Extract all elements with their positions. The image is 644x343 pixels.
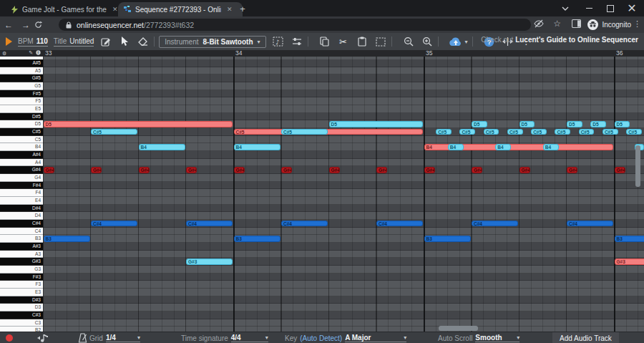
piano-key-cs3[interactable]: C#3 <box>0 311 43 319</box>
note-d5[interactable]: D5 <box>472 121 487 127</box>
note-cs5[interactable]: C#5 <box>281 129 328 135</box>
piano-key-d5[interactable]: D5 <box>0 120 43 128</box>
save-cloud-button[interactable]: ▾ <box>449 37 468 47</box>
eraser-tool-icon[interactable] <box>137 36 150 47</box>
piano-key-cs4[interactable]: C#4 <box>0 220 43 228</box>
eye-blocked-icon[interactable] <box>534 19 544 28</box>
note-cs4[interactable]: C#4 <box>376 221 423 226</box>
note-entry-tool-icon[interactable]: ♪ <box>272 36 285 47</box>
midi-input-icon[interactable] <box>37 333 50 343</box>
note-d5[interactable]: D5 <box>44 121 233 127</box>
note-d5[interactable]: D5 <box>590 121 606 127</box>
metronome-icon[interactable] <box>77 333 88 343</box>
play-button[interactable] <box>6 37 12 46</box>
pointer-tool-icon[interactable] <box>118 36 131 47</box>
piano-key-ds5[interactable]: D#5 <box>0 113 43 121</box>
piano-key-gs5[interactable]: G#5 <box>0 74 43 82</box>
piano-key-e4[interactable]: E4 <box>0 197 43 205</box>
note-grid[interactable]: D5C#5B4G#3G#4G#4G#4G#4G#4G#4G#4G#4G#4G#4… <box>43 50 644 332</box>
piano-key-gs3[interactable]: G#3 <box>0 258 43 266</box>
auto-scroll-select[interactable]: Auto Scroll Smooth▾ <box>438 333 519 343</box>
piano-key-b3[interactable]: B3 <box>0 235 43 243</box>
piano-key-fs5[interactable]: F#5 <box>0 90 43 98</box>
tab-game-jolt[interactable]: Game Jolt - Games for the love o ✕ <box>6 2 128 16</box>
note-b3[interactable]: B3 <box>615 236 644 241</box>
note-gs4[interactable]: G#4 <box>139 167 150 173</box>
piano-key-as4[interactable]: A#4 <box>0 151 43 159</box>
note-cs4[interactable]: C#4 <box>281 221 328 226</box>
promo-link[interactable]: Lucent's Guide to Online Sequencer <box>515 36 638 44</box>
piano-key-g5[interactable]: G5 <box>0 82 43 90</box>
save-options-chevron-icon[interactable]: ▾ <box>465 39 468 45</box>
bookmark-star-icon[interactable]: ☆ <box>553 19 561 29</box>
piano-key-g3[interactable]: G3 <box>0 266 43 274</box>
note-cs4[interactable]: C#4 <box>567 221 613 226</box>
piano-key-b2[interactable]: B2 <box>0 327 43 332</box>
note-gs4[interactable]: G#4 <box>91 167 102 173</box>
note-cs4[interactable]: C#4 <box>472 221 518 226</box>
note-gs4[interactable]: G#4 <box>376 167 387 173</box>
info-icon[interactable]: i <box>36 50 41 57</box>
window-close-button[interactable]: ✕ <box>621 0 643 16</box>
note-gs4[interactable]: G#4 <box>567 167 577 173</box>
note-cs5[interactable]: C#5 <box>531 129 547 135</box>
browser-menu-kebab-icon[interactable]: ⋮ <box>633 19 641 29</box>
note-b4[interactable]: B4 <box>139 144 185 150</box>
key-select[interactable]: Key (Auto Detect) A Major▾ <box>285 333 406 343</box>
piano-key-cs5[interactable]: C#5 <box>0 128 43 136</box>
forward-icon[interactable]: → <box>17 20 34 30</box>
note-d5[interactable]: D5 <box>329 121 424 127</box>
select-marquee-icon[interactable] <box>374 36 387 47</box>
note-cs5[interactable]: C#5 <box>459 129 475 135</box>
instrument-select[interactable]: Instrument 8-Bit Sawtooth ▾ <box>159 36 265 48</box>
piano-key-as5[interactable]: A#5 <box>0 59 43 67</box>
key-auto-detect-link[interactable]: (Auto Detect) <box>300 334 342 342</box>
vertical-scrollbar-thumb[interactable] <box>635 145 640 187</box>
piano-key-gs4[interactable]: G#4 <box>0 166 43 174</box>
grid-select[interactable]: Grid 1/4▾ <box>89 333 140 343</box>
note-gs4[interactable]: G#4 <box>44 167 54 173</box>
note-gs3[interactable]: G#3 <box>186 259 233 264</box>
piano-key-e3[interactable]: E3 <box>0 289 43 296</box>
note-gs4[interactable]: G#4 <box>615 167 625 173</box>
piano-key-f4[interactable]: F4 <box>0 189 43 197</box>
record-button[interactable] <box>6 334 13 342</box>
note-gs4[interactable]: G#4 <box>519 167 530 173</box>
note-cs5[interactable]: C#5 <box>507 129 523 135</box>
zoom-out-icon[interactable] <box>402 36 415 47</box>
piano-key-b4[interactable]: B4 <box>0 143 43 151</box>
copy-icon[interactable] <box>318 36 331 47</box>
new-tab-button[interactable]: + <box>236 3 249 16</box>
note-cs5[interactable]: C#5 <box>555 129 570 135</box>
time-signature-select[interactable]: Time signature 4/4▾ <box>181 333 268 343</box>
mixer-sliders-icon[interactable] <box>291 36 303 47</box>
window-minimize-button[interactable] <box>578 0 600 16</box>
note-b4[interactable]: B4 <box>234 144 280 150</box>
pencil-icon[interactable]: ✎ <box>29 50 33 57</box>
piano-key-as3[interactable]: A#3 <box>0 243 43 251</box>
note-b4[interactable]: B4 <box>495 144 511 150</box>
note-cs5[interactable]: C#5 <box>602 129 618 135</box>
tab-close-icon[interactable]: ✕ <box>112 6 118 13</box>
add-audio-track-button[interactable]: Add Audio Track <box>552 332 619 343</box>
note-d5[interactable]: D5 <box>567 121 582 127</box>
tab-search-chevron-icon[interactable] <box>555 0 576 16</box>
bpm-input[interactable]: 110 <box>36 37 48 45</box>
note-gs3[interactable]: G#3 <box>615 259 644 264</box>
note-cs5[interactable]: C#5 <box>579 129 595 135</box>
piano-key-g4[interactable]: G4 <box>0 174 43 182</box>
note-gs4[interactable]: G#4 <box>472 167 482 173</box>
note-cs5[interactable]: C#5 <box>91 129 137 135</box>
omnibox[interactable]: onlinesequencer.net/2772393#t632 <box>59 19 531 31</box>
note-b4[interactable]: B4 <box>448 144 464 150</box>
piano-key-f5[interactable]: F5 <box>0 97 43 105</box>
note-d5[interactable]: D5 <box>615 121 630 127</box>
title-input[interactable]: Untitled <box>69 37 94 45</box>
measure-ruler[interactable]: 33343536 <box>43 50 644 57</box>
tab-close-icon[interactable]: ✕ <box>227 6 233 13</box>
note-cs5[interactable]: C#5 <box>626 129 642 135</box>
reload-icon[interactable] <box>34 21 52 29</box>
note-cs5[interactable]: C#5 <box>484 129 499 135</box>
note-gs4[interactable]: G#4 <box>186 167 197 173</box>
piano-key-fs3[interactable]: F#3 <box>0 274 43 281</box>
